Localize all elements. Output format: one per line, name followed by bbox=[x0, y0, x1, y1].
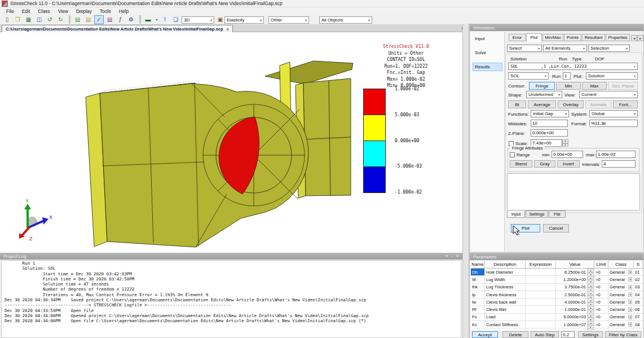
param-name[interactable]: tw bbox=[471, 299, 485, 305]
bt-button[interactable]: Bt bbox=[508, 100, 526, 108]
selection-select[interactable]: Selection bbox=[588, 45, 630, 52]
range-max-input[interactable] bbox=[596, 151, 636, 158]
nav-item[interactable]: Solve bbox=[473, 49, 502, 57]
table-row[interactable]: W Lug Width 1.2000e+00 ▴▾ >0 General▾ 02 bbox=[471, 276, 643, 283]
param-expression[interactable] bbox=[526, 321, 556, 328]
tab-resultant[interactable]: Resultant bbox=[582, 34, 605, 41]
toolbar-icon[interactable]: ▾ bbox=[154, 15, 160, 24]
view-combo[interactable]: Current bbox=[579, 91, 638, 98]
blend-button[interactable]: Blend bbox=[510, 160, 532, 168]
menu-item[interactable]: Tools bbox=[96, 8, 115, 14]
toolbar-icon[interactable]: ◫ bbox=[34, 15, 44, 24]
param-value[interactable]: 3.7500e-01 bbox=[556, 284, 588, 291]
menu-item[interactable]: File bbox=[2, 8, 18, 14]
param-class[interactable]: General▾ bbox=[608, 284, 634, 291]
col-limit[interactable]: Limit bbox=[594, 261, 608, 268]
table-row[interactable]: Fo Load 5.0000e+03 ▴▾ >0 General▾ 07 bbox=[471, 314, 643, 321]
dimension-select[interactable]: 3D bbox=[182, 16, 214, 24]
settings-button[interactable]: Settings bbox=[578, 331, 603, 338]
format-input[interactable] bbox=[589, 120, 638, 127]
param-value[interactable]: 0.0000e+00 bbox=[556, 328, 588, 330]
param-expression[interactable] bbox=[526, 291, 556, 298]
param-description[interactable]: Clevis gap bbox=[485, 328, 526, 330]
tab-scroll-left-icon[interactable]: ◂ bbox=[631, 35, 637, 41]
cancel-button[interactable]: Cancel bbox=[543, 224, 569, 232]
param-class[interactable]: General▾ bbox=[608, 276, 634, 283]
bottom-tab-settings[interactable]: Settings bbox=[526, 210, 548, 218]
plot-type-combo[interactable]: Solution bbox=[586, 72, 638, 80]
model-viewport[interactable]: Y X Z StressCheck V11.0 Units = OtherCON… bbox=[0, 32, 462, 253]
tab-points[interactable]: Points bbox=[564, 34, 581, 41]
solution-run-combo[interactable]: SOL ,1 ,Lin.Con, 12222 bbox=[508, 63, 638, 70]
toolbar-icon[interactable]: I bbox=[160, 15, 170, 24]
simulation-panel-header[interactable]: Simulation bbox=[470, 24, 643, 31]
tab-plot[interactable]: Plot bbox=[526, 33, 542, 42]
document-tab[interactable]: C:\Users\agerman\Documents\Documentation… bbox=[2, 25, 233, 33]
filter-by-class-button[interactable]: Filter by Class bbox=[605, 331, 641, 338]
param-name[interactable]: Fo bbox=[471, 314, 485, 321]
range-min-input[interactable] bbox=[552, 151, 583, 158]
parameters-panel-header[interactable]: Parameters bbox=[470, 253, 643, 260]
toolbar-icon[interactable]: ↻ bbox=[56, 15, 65, 24]
toolbar-icon[interactable]: ▤ bbox=[73, 15, 82, 24]
bottom-tab-file[interactable]: File bbox=[549, 210, 566, 218]
param-value-spinner[interactable]: ▴▾ bbox=[588, 306, 594, 313]
param-description[interactable]: Lug Width bbox=[485, 276, 526, 283]
param-value-spinner[interactable]: ▴▾ bbox=[588, 284, 594, 291]
pin-icon[interactable]: ▫ bbox=[451, 254, 452, 258]
param-expression[interactable] bbox=[526, 328, 556, 330]
col-name[interactable]: Name bbox=[471, 261, 485, 268]
invert-button[interactable]: Invert bbox=[557, 160, 580, 168]
param-description[interactable]: Clevis fillet bbox=[485, 306, 526, 313]
system-combo[interactable]: Global bbox=[589, 110, 638, 117]
param-name[interactable]: thk bbox=[471, 284, 485, 291]
param-value[interactable]: 1.2000e+00 bbox=[556, 276, 588, 283]
table-row[interactable]: Kc Contact Stiffness 1.0000e+07 ▴▾ >0 Ge… bbox=[471, 321, 643, 328]
toolbar-icon[interactable]: ƒ bbox=[116, 15, 125, 24]
midsides-input[interactable] bbox=[531, 120, 568, 127]
param-value[interactable]: 4.0000e-01 bbox=[556, 299, 588, 305]
panel-splitter[interactable] bbox=[462, 24, 469, 338]
col-seq[interactable]: S bbox=[634, 261, 643, 268]
param-value-spinner[interactable]: ▴▾ bbox=[588, 291, 594, 298]
param-name[interactable]: gap bbox=[471, 328, 485, 330]
gray-button[interactable]: Gray bbox=[534, 160, 555, 168]
param-description[interactable]: Clevis back wall bbox=[485, 299, 526, 305]
param-value[interactable]: 6.2500e-01 bbox=[556, 269, 588, 275]
sol-combo[interactable]: SOL bbox=[508, 72, 549, 80]
range-checkbox[interactable] bbox=[510, 152, 515, 157]
objects-select[interactable]: All Objects bbox=[319, 16, 372, 24]
auto-step-input[interactable] bbox=[561, 331, 575, 338]
toolbar-icon[interactable]: ▤ bbox=[105, 15, 114, 24]
param-name[interactable]: Kc bbox=[471, 321, 485, 328]
param-value[interactable]: 5.0000e+03 bbox=[556, 314, 588, 321]
toolbar-icon[interactable]: ❏ bbox=[171, 15, 180, 24]
param-expression[interactable] bbox=[526, 276, 556, 283]
elements-select[interactable]: All Elements bbox=[543, 45, 587, 52]
toolbar-icon[interactable]: ⚙ bbox=[126, 15, 136, 24]
font-button[interactable]: Font... bbox=[613, 100, 638, 108]
scale-spinner[interactable]: ▴▾ bbox=[562, 139, 568, 147]
run-input[interactable] bbox=[563, 72, 571, 80]
param-expression[interactable] bbox=[526, 284, 556, 291]
param-description[interactable]: Load bbox=[485, 314, 526, 321]
intervals-input[interactable] bbox=[602, 160, 636, 168]
param-class[interactable]: General▾ bbox=[608, 299, 634, 305]
units-select[interactable]: Other bbox=[268, 16, 309, 24]
param-value-spinner[interactable]: ▴▾ bbox=[588, 276, 594, 283]
project-log-header[interactable]: Project Log ▾ ▫ ✕ bbox=[0, 253, 462, 260]
shape-combo[interactable]: Undeformed bbox=[526, 91, 562, 98]
accept-button[interactable]: Accept bbox=[472, 331, 498, 338]
plot-list-box[interactable] bbox=[507, 173, 640, 210]
delete-button[interactable]: Delete bbox=[502, 331, 528, 338]
param-description[interactable]: Contact Stiffness bbox=[485, 321, 526, 328]
overlay-button[interactable]: Overlay bbox=[558, 100, 584, 108]
menu-item[interactable]: Edit bbox=[18, 8, 34, 14]
param-class[interactable]: General▾ bbox=[608, 306, 634, 313]
toolbar-icon[interactable]: ▣ bbox=[215, 15, 225, 24]
fringe-button[interactable]: Fringe bbox=[529, 82, 555, 90]
param-value[interactable]: 1.0000e-01 bbox=[556, 306, 588, 313]
param-expression[interactable] bbox=[526, 314, 556, 321]
param-description[interactable]: Clevis thickness bbox=[485, 291, 526, 298]
menu-item[interactable]: Display bbox=[72, 8, 96, 14]
